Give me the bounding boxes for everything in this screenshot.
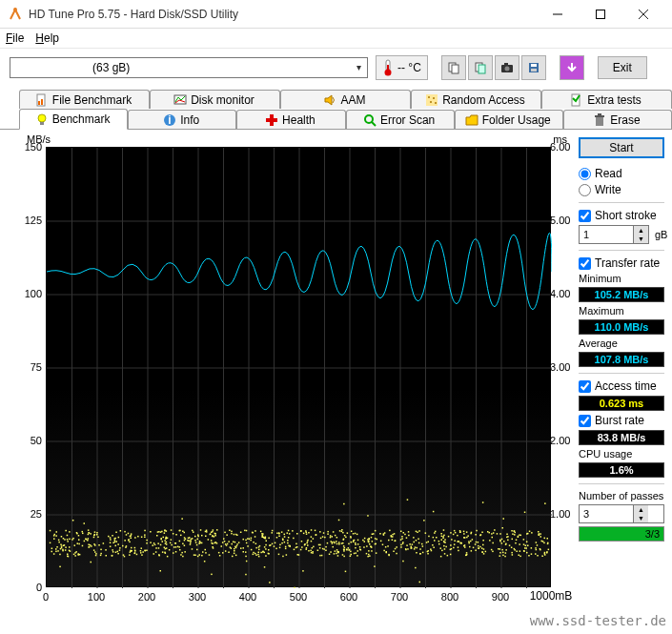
- tab-erase[interactable]: Erase: [563, 110, 672, 129]
- svg-rect-362: [332, 542, 334, 543]
- check-transfer-rate[interactable]: Transfer rate: [579, 256, 664, 270]
- svg-rect-284: [351, 531, 353, 533]
- tab-error-scan[interactable]: Error Scan: [346, 110, 455, 129]
- tab-aam[interactable]: AAM: [280, 90, 411, 109]
- svg-rect-870: [74, 555, 76, 557]
- screenshot-button[interactable]: [495, 55, 519, 80]
- exit-button[interactable]: Exit: [598, 56, 647, 79]
- svg-rect-692: [251, 538, 253, 540]
- options-button[interactable]: [560, 55, 584, 80]
- svg-rect-182: [372, 541, 374, 542]
- tab-label: Random Access: [442, 93, 525, 107]
- svg-rect-178: [258, 549, 260, 551]
- svg-rect-650: [319, 531, 321, 533]
- svg-rect-778: [141, 547, 143, 549]
- svg-rect-138: [464, 546, 466, 548]
- svg-rect-553: [531, 553, 533, 555]
- svg-rect-874: [339, 530, 341, 532]
- svg-rect-266: [115, 552, 117, 554]
- svg-rect-573: [371, 537, 373, 539]
- svg-rect-345: [329, 554, 331, 556]
- ytick-right: 2.00: [550, 435, 577, 446]
- tab-label: Info: [180, 113, 199, 127]
- write-radio[interactable]: [579, 184, 591, 196]
- svg-rect-947: [312, 551, 314, 553]
- save-button[interactable]: [521, 55, 546, 80]
- svg-rect-932: [224, 541, 226, 542]
- svg-rect-20: [41, 99, 43, 105]
- svg-rect-577: [93, 549, 95, 551]
- access-time-checkbox[interactable]: [579, 380, 591, 393]
- drive-select[interactable]: (63 gB) ▾: [10, 57, 368, 78]
- svg-rect-207: [433, 511, 435, 513]
- svg-rect-785: [338, 520, 340, 522]
- short-stroke-spinner[interactable]: ▲▼: [579, 225, 649, 244]
- tab-benchmark[interactable]: Benchmark: [19, 109, 128, 130]
- svg-rect-671: [502, 555, 504, 557]
- svg-rect-436: [233, 542, 234, 543]
- svg-rect-935: [499, 540, 501, 542]
- svg-rect-131: [525, 547, 527, 549]
- svg-rect-204: [351, 554, 353, 556]
- transfer-rate-checkbox[interactable]: [579, 257, 591, 270]
- short-stroke-input[interactable]: [580, 226, 633, 243]
- tab-folder-usage[interactable]: Folder Usage: [455, 110, 563, 129]
- info-icon: i: [163, 113, 176, 127]
- svg-rect-532: [350, 551, 352, 553]
- svg-rect-710: [336, 551, 338, 553]
- radio-write[interactable]: Write: [579, 183, 664, 196]
- read-radio[interactable]: [579, 168, 591, 180]
- svg-rect-796: [179, 530, 181, 532]
- spin-down[interactable]: ▼: [634, 514, 648, 522]
- svg-rect-472: [286, 554, 288, 556]
- spin-up[interactable]: ▲: [634, 226, 648, 235]
- tab-random-access[interactable]: Random Access: [411, 90, 541, 109]
- tab-health[interactable]: Health: [236, 110, 345, 129]
- short-stroke-checkbox[interactable]: [579, 210, 591, 222]
- svg-rect-78: [438, 541, 440, 542]
- tab-info[interactable]: iInfo: [128, 110, 236, 129]
- close-button[interactable]: [621, 1, 664, 28]
- passes-spinner[interactable]: ▲▼: [579, 504, 664, 523]
- maximize-button[interactable]: [579, 1, 621, 28]
- svg-rect-938: [492, 542, 494, 544]
- copy-info-button[interactable]: [441, 55, 466, 80]
- copy-screenshot-button[interactable]: [468, 55, 493, 80]
- svg-rect-645: [65, 549, 67, 551]
- svg-rect-625: [300, 530, 302, 532]
- tab-extra-tests[interactable]: Extra tests: [541, 90, 672, 109]
- svg-rect-702: [519, 555, 520, 557]
- svg-rect-783: [307, 540, 309, 542]
- svg-rect-695: [481, 532, 483, 534]
- minimize-button[interactable]: [536, 1, 579, 28]
- tab-disk-monitor[interactable]: Disk monitor: [150, 90, 280, 109]
- start-button[interactable]: Start: [579, 137, 664, 158]
- svg-rect-480: [245, 540, 247, 542]
- access-time-label: Access time: [595, 379, 657, 393]
- svg-rect-307: [512, 554, 514, 556]
- svg-rect-123: [175, 546, 177, 548]
- tab-row-lower: Benchmark iInfo Health Error Scan Folder…: [0, 109, 672, 130]
- spin-down[interactable]: ▼: [634, 235, 648, 243]
- tab-file-benchmark[interactable]: File Benchmark: [19, 90, 150, 109]
- menu-file[interactable]: File: [6, 31, 24, 45]
- burst-rate-checkbox[interactable]: [579, 415, 591, 427]
- svg-rect-332: [240, 532, 242, 534]
- progress-text: 3/3: [645, 528, 660, 540]
- read-label: Read: [595, 167, 622, 180]
- spin-up[interactable]: ▲: [634, 505, 648, 514]
- svg-rect-361: [162, 541, 164, 542]
- menu-help[interactable]: Help: [35, 31, 59, 45]
- radio-read[interactable]: Read: [579, 167, 664, 180]
- svg-rect-339: [428, 536, 430, 538]
- svg-rect-587: [131, 533, 132, 535]
- check-burst-rate[interactable]: Burst rate: [579, 414, 664, 427]
- svg-rect-387: [192, 548, 193, 550]
- svg-rect-442: [197, 534, 199, 536]
- svg-rect-596: [375, 538, 377, 540]
- check-short-stroke[interactable]: Short stroke: [579, 209, 664, 222]
- svg-rect-471: [228, 541, 230, 542]
- check-access-time[interactable]: Access time: [579, 379, 664, 393]
- passes-input[interactable]: [580, 505, 633, 522]
- svg-rect-215: [304, 543, 306, 545]
